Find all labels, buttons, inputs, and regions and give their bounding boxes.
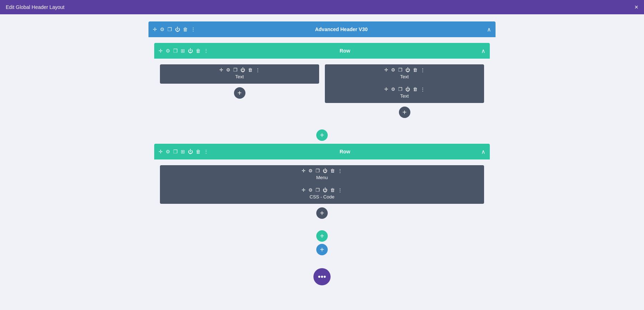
row2-elements: ✛ ⚙ ❐ ⏻ 🗑 ⋮ Menu ✛	[160, 165, 484, 204]
text-left-duplicate-icon[interactable]: ❐	[233, 67, 238, 73]
text-right2-move-icon[interactable]: ✛	[384, 87, 388, 92]
text-element-left: ✛ ⚙ ❐ ⏻ 🗑 ⋮ Text	[160, 64, 319, 84]
row1-col-left: ✛ ⚙ ❐ ⏻ 🗑 ⋮ Text +	[160, 64, 319, 118]
row2-power-icon[interactable]: ⏻	[188, 149, 193, 154]
text-left-power-icon[interactable]: ⏻	[240, 67, 245, 73]
row2-container: ✛ ⚙ ❐ ⊞ ⏻ 🗑 ⋮ Row ∧ ✛	[154, 144, 490, 225]
more-icon[interactable]: ⋮	[191, 26, 196, 32]
text-right2-duplicate-icon[interactable]: ❐	[398, 87, 402, 92]
row2-duplicate-icon[interactable]: ❐	[173, 149, 178, 154]
row1-delete-icon[interactable]: 🗑	[196, 48, 201, 54]
row1-move-icon[interactable]: ✛	[158, 48, 163, 54]
row2-bar: ✛ ⚙ ❐ ⊞ ⏻ 🗑 ⋮ Row ∧	[154, 144, 490, 159]
menu-settings-icon[interactable]: ⚙	[308, 168, 313, 173]
between-rows-add: +	[154, 129, 490, 141]
row1-chevron[interactable]: ∧	[481, 48, 486, 54]
menu-duplicate-icon[interactable]: ❐	[316, 168, 320, 173]
delete-icon[interactable]: 🗑	[183, 26, 188, 32]
row2-more-icon[interactable]: ⋮	[204, 149, 209, 154]
row1-power-icon[interactable]: ⏻	[188, 48, 193, 54]
row2-title: Row	[209, 149, 481, 154]
menu-element: ✛ ⚙ ❐ ⏻ 🗑 ⋮ Menu	[160, 165, 484, 184]
row2-add-center: +	[160, 207, 484, 219]
row1-col-right: ✛ ⚙ ❐ ⏻ 🗑 ⋮ Text	[325, 64, 484, 118]
text-left-icons: ✛ ⚙ ❐ ⏻ 🗑 ⋮	[164, 67, 315, 73]
row1-bar-icons: ✛ ⚙ ❐ ⊞ ⏻ 🗑 ⋮	[158, 48, 209, 54]
text-right1-delete-icon[interactable]: 🗑	[413, 67, 418, 73]
row1-right-add-button[interactable]: +	[399, 107, 410, 118]
row2-settings-icon[interactable]: ⚙	[166, 149, 170, 154]
css-delete-icon[interactable]: 🗑	[330, 187, 335, 193]
row1-duplicate-icon[interactable]: ❐	[173, 48, 178, 54]
text-left-label: Text	[235, 74, 244, 79]
add-row-between-button[interactable]: +	[316, 129, 328, 141]
text-right1-duplicate-icon[interactable]: ❐	[398, 67, 402, 73]
menu-power-icon[interactable]: ⏻	[323, 168, 327, 173]
close-button[interactable]: ×	[634, 4, 638, 10]
css-settings-icon[interactable]: ⚙	[308, 187, 313, 193]
advanced-header-bar: ✛ ⚙ ❐ ⏻ 🗑 ⋮ Advanced Header V30 ∧	[148, 21, 496, 37]
menu-icons: ✛ ⚙ ❐ ⏻ 🗑 ⋮	[164, 168, 480, 173]
text-right2-label: Text	[400, 93, 409, 99]
move-icon[interactable]: ✛	[153, 26, 157, 32]
text-right1-more-icon[interactable]: ⋮	[420, 67, 425, 73]
menu-delete-icon[interactable]: 🗑	[330, 168, 335, 173]
text-right1-icons: ✛ ⚙ ❐ ⏻ 🗑 ⋮	[329, 67, 480, 73]
main-content: ✛ ⚙ ❐ ⏻ 🗑 ⋮ Advanced Header V30 ∧ ✛ ⚙ ❐ …	[0, 14, 644, 310]
text-left-settings-icon[interactable]: ⚙	[226, 67, 230, 73]
text-element-right-1: ✛ ⚙ ❐ ⏻ 🗑 ⋮ Text	[325, 64, 484, 84]
row1-title: Row	[209, 48, 481, 54]
css-power-icon[interactable]: ⏻	[323, 187, 327, 193]
text-right1-move-icon[interactable]: ✛	[384, 67, 388, 73]
css-duplicate-icon[interactable]: ❐	[316, 187, 320, 193]
css-move-icon[interactable]: ✛	[302, 187, 306, 193]
text-right2-icons: ✛ ⚙ ❐ ⏻ 🗑 ⋮	[329, 87, 480, 92]
title-bar-text: Edit Global Header Layout	[6, 4, 64, 10]
text-right2-power-icon[interactable]: ⏻	[405, 87, 410, 92]
text-element-right-2: ✛ ⚙ ❐ ⏻ 🗑 ⋮ Text	[325, 84, 484, 103]
more-options-button[interactable]: •••	[313, 268, 331, 285]
text-left-more-icon[interactable]: ⋮	[255, 67, 260, 73]
text-right2-settings-icon[interactable]: ⚙	[391, 87, 395, 92]
text-left-move-icon[interactable]: ✛	[219, 67, 223, 73]
menu-label: Menu	[316, 175, 328, 180]
css-more-icon[interactable]: ⋮	[338, 187, 342, 193]
power-icon[interactable]: ⏻	[175, 26, 180, 32]
css-label: CSS - Code	[309, 194, 334, 200]
advanced-header-container: ✛ ⚙ ❐ ⏻ 🗑 ⋮ Advanced Header V30 ∧ ✛ ⚙ ❐ …	[148, 21, 496, 261]
row2-chevron[interactable]: ∧	[481, 148, 486, 155]
add-section-blue-button[interactable]: +	[316, 244, 328, 255]
css-code-element: ✛ ⚙ ❐ ⏻ 🗑 ⋮ CSS - Code	[160, 184, 484, 204]
row2-bar-icons: ✛ ⚙ ❐ ⊞ ⏻ 🗑 ⋮	[158, 149, 209, 154]
row1-left-add-button[interactable]: +	[234, 87, 245, 99]
row1-columns-icon[interactable]: ⊞	[181, 48, 185, 54]
add-section-teal-button[interactable]: +	[316, 230, 328, 242]
row1-settings-icon[interactable]: ⚙	[166, 48, 170, 54]
row2-add-button[interactable]: +	[316, 207, 328, 219]
row2-columns-icon[interactable]: ⊞	[181, 149, 185, 154]
row1-bar: ✛ ⚙ ❐ ⊞ ⏻ 🗑 ⋮ Row ∧	[154, 43, 490, 59]
row1-right-add-center: +	[325, 107, 484, 118]
text-right1-label: Text	[400, 74, 409, 79]
advanced-header-title: Advanced Header V30	[196, 26, 487, 32]
advanced-header-content: ✛ ⚙ ❐ ⊞ ⏻ 🗑 ⋮ Row ∧	[148, 37, 496, 261]
text-right1-power-icon[interactable]: ⏻	[405, 67, 410, 73]
row2-delete-icon[interactable]: 🗑	[196, 149, 201, 154]
text-left-delete-icon[interactable]: 🗑	[248, 67, 253, 73]
row1-left-add-center: +	[160, 87, 319, 99]
row2-move-icon[interactable]: ✛	[158, 149, 163, 154]
title-bar: Edit Global Header Layout ×	[0, 0, 644, 14]
css-icons: ✛ ⚙ ❐ ⏻ 🗑 ⋮	[164, 187, 480, 193]
menu-move-icon[interactable]: ✛	[302, 168, 306, 173]
menu-more-icon[interactable]: ⋮	[338, 168, 342, 173]
duplicate-icon[interactable]: ❐	[167, 26, 172, 32]
row1-more-icon[interactable]: ⋮	[204, 48, 209, 54]
settings-icon[interactable]: ⚙	[160, 26, 165, 32]
row1-content: ✛ ⚙ ❐ ⏻ 🗑 ⋮ Text +	[154, 59, 490, 124]
text-right1-settings-icon[interactable]: ⚙	[391, 67, 395, 73]
bottom-buttons-area: + +	[154, 230, 490, 255]
text-right2-delete-icon[interactable]: 🗑	[413, 87, 418, 92]
row1-right-elements: ✛ ⚙ ❐ ⏻ 🗑 ⋮ Text	[325, 64, 484, 103]
text-right2-more-icon[interactable]: ⋮	[420, 87, 425, 92]
advanced-header-chevron[interactable]: ∧	[487, 26, 491, 33]
